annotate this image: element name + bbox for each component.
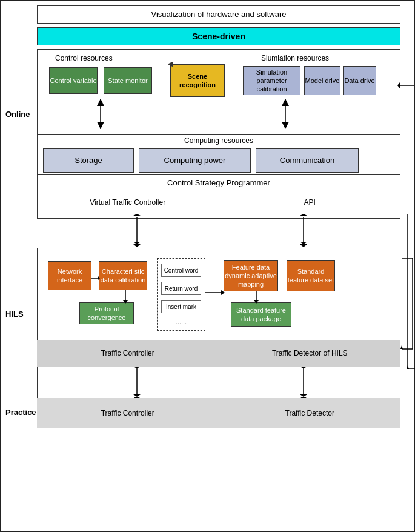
- sim-resources-label: Siumlation resources: [261, 54, 329, 62]
- control-strategy-label: Control Strategy Programmer: [37, 174, 400, 191]
- char-data-calib-box: Characteri stic data calibration: [99, 261, 147, 290]
- arrow-api-down: [297, 214, 310, 247]
- svg-marker-9: [133, 214, 141, 216]
- traffic-detector-practice-box: Traffic Detector: [219, 398, 401, 428]
- svg-marker-13: [300, 214, 307, 216]
- svg-marker-21: [254, 300, 259, 304]
- arrow-down-sim: [279, 99, 291, 132]
- practice-row: Traffic Controller Traffic Detector: [37, 398, 400, 428]
- model-drive-box: Model drive: [304, 66, 340, 95]
- control-word-box: Control word: [161, 264, 201, 277]
- arrow-vtc-down: [131, 214, 143, 247]
- api-box: API: [219, 191, 401, 214]
- standard-feature-data-set-box: Standard feature data set: [287, 260, 335, 291]
- traffic-controller-practice-box: Traffic Controller: [37, 398, 219, 428]
- arrow-ni-cdc: [91, 273, 101, 283]
- sim-param-calib-box: Simulation parameter calibration: [243, 66, 300, 95]
- divider3: [37, 214, 400, 214]
- svg-marker-10: [133, 242, 141, 244]
- control-variable-box: Control variable: [49, 67, 98, 94]
- network-interface-box: Network interface: [48, 261, 91, 290]
- traffic-controller-hils-box: Traffic Controller: [37, 340, 219, 367]
- vtc-api-row: Virtual Traffic Controller API: [37, 191, 400, 214]
- arrow-feature-pkg: [251, 291, 261, 305]
- dashed-arrow-top: [170, 55, 237, 73]
- svg-marker-7: [282, 99, 289, 106]
- svg-marker-28: [133, 394, 141, 397]
- svg-marker-6: [282, 122, 289, 129]
- return-word-box: Return word: [161, 282, 201, 295]
- svg-marker-11: [133, 244, 141, 247]
- hils-label: HILS: [5, 310, 24, 319]
- ellipsis-text: ......: [176, 318, 187, 325]
- data-drive-box: Data drive: [343, 66, 376, 95]
- svg-marker-35: [397, 82, 400, 88]
- hils-controller-detector-row: Traffic Controller Traffic Detector of H…: [37, 340, 400, 367]
- right-side-arrow: [399, 214, 415, 374]
- storage-box: Storage: [43, 148, 134, 173]
- traffic-detector-hils-box: Traffic Detector of HILS: [219, 340, 401, 367]
- communication-box: Communication: [256, 148, 359, 173]
- protocol-convergence-box: Protocol convergence: [79, 302, 134, 324]
- computing-power-box: Computing power: [139, 148, 251, 173]
- viz-box: Visualization of hardware and software: [37, 5, 400, 24]
- svg-marker-17: [98, 276, 100, 281]
- svg-marker-4: [97, 99, 104, 106]
- svg-marker-27: [133, 367, 141, 368]
- virtual-traffic-controller-box: Virtual Traffic Controller: [37, 191, 219, 214]
- hils-cd-border: [37, 367, 400, 367]
- control-resources-label: Control resources: [55, 54, 113, 62]
- state-monitor-box: State monitor: [104, 67, 152, 94]
- scene-driven-box: Scene-driven: [37, 27, 400, 45]
- svg-marker-32: [300, 394, 307, 397]
- hils-border: [37, 248, 400, 405]
- computing-resources-label: Computing resources: [37, 134, 400, 147]
- svg-marker-41: [221, 290, 225, 295]
- arrow-cdc-pc: [121, 290, 130, 305]
- arrow-up-control: [95, 99, 107, 132]
- svg-marker-39: [407, 365, 409, 369]
- svg-marker-31: [300, 367, 307, 368]
- insert-mark-box: Insert mark: [161, 300, 201, 313]
- arrow-hils-practice-left: [131, 367, 143, 398]
- standard-feature-pkg-box: Standard feature data package: [231, 302, 291, 327]
- dashed-words-box: Control word Return word Insert mark ...…: [157, 258, 205, 331]
- arrow-right-sim-resources: [397, 79, 415, 91]
- practice-label: Practice: [5, 408, 36, 417]
- svg-marker-15: [300, 244, 307, 247]
- main-diagram: Visualization of hardware and software S…: [0, 0, 415, 532]
- dashed-to-feature: [205, 288, 227, 298]
- online-label: Online: [5, 110, 30, 119]
- arrow-hils-practice-right: [297, 367, 310, 398]
- svg-marker-19: [123, 300, 128, 304]
- svg-marker-14: [300, 242, 307, 244]
- feature-dynamic-box: Feature data dynamic adaptive mapping: [224, 260, 278, 291]
